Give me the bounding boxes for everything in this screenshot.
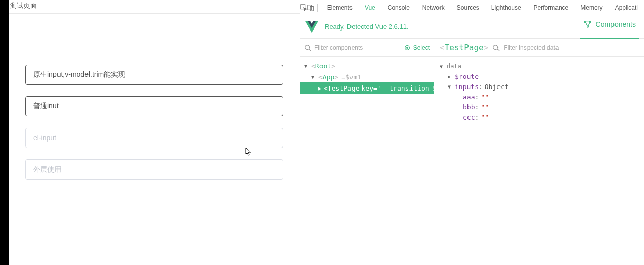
data-value: "" (481, 103, 489, 111)
tab-application[interactable]: Applicati (609, 0, 644, 15)
data-tree: ▼ data ▶ $route ▼ inputs: Object aaa: "" (434, 57, 644, 126)
caret-right-icon: ▶ (318, 85, 321, 91)
inspector-toolbar: <TestPage> (434, 39, 644, 57)
component-tree-pane: Select ▼ <Root> ▼ <App> = $vm1 ▶ <TestPa… (300, 39, 434, 265)
filter-data-input[interactable] (504, 44, 639, 51)
vue-status-bar: Ready. Detected Vue 2.6.11. Components (300, 15, 644, 39)
tree-toolbar: Select (300, 39, 434, 57)
tree-testpage-selected[interactable]: ▶ <TestPage key='__transition-5- (300, 82, 434, 94)
tab-sources[interactable]: Sources (451, 0, 485, 15)
svg-point-5 (587, 26, 588, 27)
inspector-title: <TestPage> (440, 43, 488, 52)
el-input[interactable] (25, 128, 283, 148)
page-title: 测试页面 (9, 0, 300, 14)
caret-down-icon: ▼ (440, 64, 445, 69)
devtools-tabbar: Elements Vue Console Network Sources Lig… (300, 0, 644, 15)
devtools-pane: Elements Vue Console Network Sources Lig… (300, 0, 644, 265)
caret-down-icon: ▼ (311, 74, 316, 80)
vue-body: Select ▼ <Root> ▼ <App> = $vm1 ▶ <TestPa… (300, 39, 644, 265)
components-icon (583, 20, 592, 28)
component-key-attr: key='__transition-5- (361, 84, 441, 92)
svg-point-3 (584, 21, 586, 23)
svg-point-8 (406, 47, 408, 48)
caret-down-icon: ▼ (304, 63, 309, 69)
vue-status-text: Ready. Detected Vue 2.6.11. (325, 23, 574, 31)
component-tree: ▼ <Root> ▼ <App> = $vm1 ▶ <TestPage key=… (300, 57, 434, 94)
svg-rect-1 (308, 5, 312, 10)
tab-memory[interactable]: Memory (574, 0, 608, 15)
inspector-pane: <TestPage> ▼ data ▶ $route ▼ inputs: Obj… (434, 39, 644, 265)
select-component-button[interactable]: Select (404, 44, 430, 51)
target-icon (404, 44, 411, 51)
vue-logo-icon (305, 20, 318, 34)
inspect-element-icon[interactable] (300, 0, 307, 15)
data-prop-bbb[interactable]: bbb: "" (440, 102, 639, 112)
window-left-strip (0, 0, 9, 265)
vm-ref: $vm1 (345, 73, 361, 81)
select-label: Select (413, 44, 430, 51)
form-area (9, 14, 300, 191)
native-input[interactable] (25, 65, 283, 85)
plain-input[interactable] (25, 96, 283, 116)
tree-root[interactable]: ▼ <Root> (300, 60, 434, 71)
app-page-pane: 测试页面 (9, 0, 300, 265)
data-inputs[interactable]: ▼ inputs: Object (440, 81, 639, 92)
tab-console[interactable]: Console (382, 0, 416, 15)
svg-point-6 (305, 45, 310, 49)
svg-point-4 (589, 21, 591, 23)
filter-components-input[interactable] (314, 44, 401, 51)
tab-separator (317, 4, 318, 12)
data-prop-aaa[interactable]: aaa: "" (440, 92, 639, 102)
components-tab[interactable]: Components (580, 16, 639, 39)
data-section-header[interactable]: ▼ data (440, 61, 639, 71)
data-route[interactable]: ▶ $route (440, 71, 639, 81)
tab-vue[interactable]: Vue (359, 0, 382, 15)
svg-point-9 (493, 45, 498, 49)
tab-network[interactable]: Network (416, 0, 451, 15)
search-icon (304, 44, 311, 51)
tab-elements[interactable]: Elements (321, 0, 359, 15)
tab-performance[interactable]: Performance (528, 0, 575, 15)
caret-right-icon: ▶ (448, 74, 453, 79)
caret-down-icon: ▼ (448, 84, 453, 90)
outer-input[interactable] (25, 159, 283, 180)
tab-lighthouse[interactable]: Lighthouse (485, 0, 528, 15)
components-tab-label: Components (596, 20, 636, 28)
search-icon (492, 44, 500, 51)
data-prop-ccc[interactable]: ccc: "" (440, 112, 639, 122)
device-toggle-icon[interactable] (307, 0, 314, 15)
data-value: "" (481, 113, 489, 121)
data-value: "" (481, 93, 489, 101)
tree-app[interactable]: ▼ <App> = $vm1 (300, 71, 434, 82)
